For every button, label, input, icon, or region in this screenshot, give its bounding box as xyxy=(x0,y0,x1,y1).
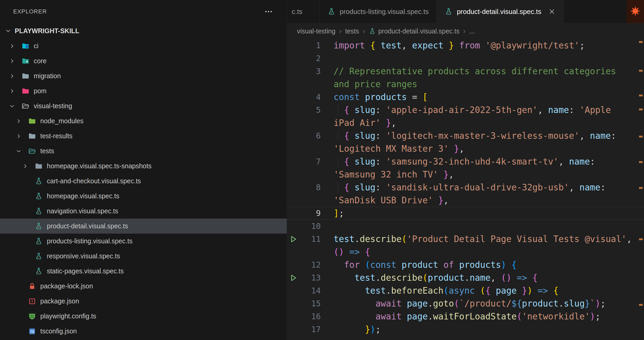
npm-icon xyxy=(27,297,37,305)
tree-item-package-json[interactable]: package.json xyxy=(0,294,287,309)
close-icon[interactable] xyxy=(548,8,556,15)
tree-item-label: core xyxy=(34,57,47,65)
tree-item-tsconfig-json[interactable]: TStsconfig.json xyxy=(0,324,287,339)
line-number xyxy=(300,116,321,129)
code-line-6: 6 { slug: 'logitech-mx-master-3-wireless… xyxy=(287,129,644,142)
code-text[interactable]: import { test, expect } from '@playwrigh… xyxy=(334,39,644,52)
code-text[interactable]: { slug: 'samsung-32-inch-uhd-4k-smart-tv… xyxy=(334,155,644,168)
code-line-12: 12 for (const product of products) { xyxy=(287,258,644,271)
chevron-right-icon[interactable] xyxy=(9,73,21,79)
tab-c-ts[interactable]: c.ts xyxy=(287,0,320,23)
flask-icon xyxy=(369,28,376,35)
code-line-wrap: () => { xyxy=(287,245,644,258)
editor-area: c.tsproducts-listing.visual.spec.tsprodu… xyxy=(287,0,644,340)
more-actions-icon[interactable] xyxy=(264,7,273,16)
chevron-right-icon[interactable] xyxy=(9,88,21,94)
code-text[interactable]: iPad Air' }, xyxy=(334,116,644,129)
tree-item-responsive-visual-spec-ts[interactable]: responsive.visual.spec.ts xyxy=(0,249,287,264)
tree-item-label: package-lock.json xyxy=(40,282,93,290)
tab-product-detail-visual-spec-ts[interactable]: product-detail.visual.spec.ts xyxy=(437,0,564,23)
tree-item-migration[interactable]: migration xyxy=(0,68,287,83)
code-text[interactable]: const products = [ xyxy=(334,91,644,104)
code-text[interactable]: await page.goto(`/product/${product.slug… xyxy=(334,297,644,310)
code-text[interactable]: // Representative products across differ… xyxy=(334,65,644,78)
gutter-spacer xyxy=(287,181,300,194)
tree-item-homepage-visual-spec-ts-snapshots[interactable]: homepage.visual.spec.ts-snapshots xyxy=(0,159,287,174)
code-text[interactable]: for (const product of products) { xyxy=(334,258,644,271)
code-text[interactable]: { slug: 'apple-ipad-air-2022-5th-gen', n… xyxy=(334,104,644,116)
tree-item-ci[interactable]: ci xyxy=(0,38,287,53)
folder-open-icon xyxy=(21,102,31,110)
run-test-icon[interactable] xyxy=(287,233,300,245)
code-text[interactable]: await page.waitForLoadState('networkidle… xyxy=(334,310,644,323)
chevron-right-icon[interactable] xyxy=(16,118,27,124)
code-text[interactable]: ]; xyxy=(334,207,644,220)
indent-guide xyxy=(338,105,338,115)
tab-products-listing-visual-spec-ts[interactable]: products-listing.visual.spec.ts xyxy=(320,0,437,23)
code-text[interactable]: { slug: 'logitech-mx-master-3-wireless-m… xyxy=(334,129,644,142)
code-text[interactable]: }); xyxy=(334,323,644,336)
code-text[interactable] xyxy=(334,52,644,65)
breadcrumb: visual-testing›tests›product-detail.visu… xyxy=(287,23,644,39)
code-text[interactable]: test.describe('Product Detail Page Visua… xyxy=(334,233,644,245)
gutter-spacer xyxy=(287,220,300,233)
tree-item-label: cart-and-checkout.visual.spec.ts xyxy=(47,177,141,185)
tree-item-test-results[interactable]: test-results xyxy=(0,129,287,144)
chevron-down-icon[interactable] xyxy=(16,148,27,154)
line-number: 13 xyxy=(300,271,321,284)
tree-item-navigation-visual-spec-ts[interactable]: navigation.visual.spec.ts xyxy=(0,204,287,219)
folder-icon xyxy=(21,87,31,95)
code-text[interactable]: test.describe(product.name, () => { xyxy=(334,271,644,284)
tree-item-products-listing-visual-spec-ts[interactable]: products-listing.visual.spec.ts xyxy=(0,234,287,249)
tree-item-label: node_modules xyxy=(40,117,83,125)
flask-icon xyxy=(34,237,44,245)
chevron-down-icon[interactable] xyxy=(9,103,21,109)
code-line-17: 17 }); xyxy=(287,323,644,336)
gutter-spacer xyxy=(287,91,300,104)
tree-item-static-pages-visual-spec-ts[interactable]: static-pages.visual.spec.ts xyxy=(0,264,287,279)
overview-ruler-mark xyxy=(639,95,643,96)
breadcrumb-item-visual-testing[interactable]: visual-testing xyxy=(297,27,335,35)
tree-item-tests[interactable]: tests xyxy=(0,144,287,159)
tree-item-package-lock-json[interactable]: package-lock.json xyxy=(0,279,287,294)
chevron-right-icon[interactable] xyxy=(9,58,21,64)
breadcrumb-item-product-detail-visual-spec-ts[interactable]: product-detail.visual.spec.ts xyxy=(369,27,459,35)
breadcrumb-item-[interactable]: ... xyxy=(469,27,475,35)
code-text[interactable]: 'SanDisk USB Drive' }, xyxy=(334,194,644,207)
tree-item-label: package.json xyxy=(40,297,79,305)
code-text[interactable]: and price ranges xyxy=(334,78,644,91)
tree-item-playwright-config-ts[interactable]: playwright.config.ts xyxy=(0,309,287,324)
chevron-right-icon[interactable] xyxy=(16,133,27,139)
code-text[interactable]: () => { xyxy=(334,245,644,258)
tree-item-core[interactable]: core xyxy=(0,53,287,68)
gutter-spacer xyxy=(287,168,300,181)
code-text[interactable]: { slug: 'sandisk-ultra-dual-drive-32gb-u… xyxy=(334,181,644,194)
gutter-spacer xyxy=(287,310,300,323)
gutter-spacer xyxy=(287,116,300,129)
tree-item-node-modules[interactable]: node_modules xyxy=(0,114,287,129)
code-line-13: 13 test.describe(product.name, () => { xyxy=(287,271,644,284)
chevron-right-icon[interactable] xyxy=(22,163,34,169)
tree-item-cart-and-checkout-visual-spec-ts[interactable]: cart-and-checkout.visual.spec.ts xyxy=(0,174,287,189)
run-test-icon[interactable] xyxy=(287,271,300,284)
chevron-right-icon[interactable] xyxy=(9,43,21,49)
tree-item-pom[interactable]: pom xyxy=(0,83,287,98)
code-text[interactable]: 'Logitech MX Master 3' }, xyxy=(334,142,644,155)
flask-icon xyxy=(34,207,44,215)
breadcrumb-separator: › xyxy=(339,27,341,35)
tree-item-homepage-visual-spec-ts[interactable]: homepage.visual.spec.ts xyxy=(0,189,287,204)
explorer-sidebar: EXPLORER PLAYWRIGHT-SKILL cicoremigratio… xyxy=(0,0,287,340)
extension-badge[interactable] xyxy=(627,0,644,23)
vscode-window: EXPLORER PLAYWRIGHT-SKILL cicoremigratio… xyxy=(0,0,644,340)
breadcrumb-item-tests[interactable]: tests xyxy=(345,27,359,35)
breadcrumb-label: product-detail.visual.spec.ts xyxy=(378,27,459,35)
code-text[interactable]: 'Samsung 32 inch TV' }, xyxy=(334,168,644,181)
gutter-spacer xyxy=(287,65,300,78)
project-header[interactable]: PLAYWRIGHT-SKILL xyxy=(0,23,287,38)
tree-item-product-detail-visual-spec-ts[interactable]: product-detail.visual.spec.ts xyxy=(0,219,287,234)
tree-item-label: homepage.visual.spec.ts-snapshots xyxy=(47,162,151,170)
tree-item-visual-testing[interactable]: visual-testing xyxy=(0,98,287,114)
tree-item-label: test-results xyxy=(40,132,72,140)
code-text[interactable]: test.beforeEach(async ({ page }) => { xyxy=(334,284,644,297)
code-text[interactable] xyxy=(334,220,644,233)
